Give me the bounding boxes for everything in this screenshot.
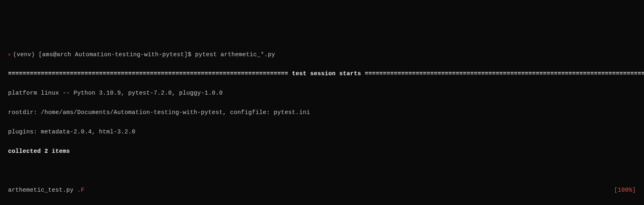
test-fail-mark: F [81,187,84,193]
command: pytest arthemetic_*.py [195,51,275,58]
session-title: test session starts [292,70,361,77]
prompt-line: ⊘(venv) [ams@arch Automation-testing-wit… [8,50,636,60]
terminal-output[interactable]: ⊘(venv) [ams@arch Automation-testing-wit… [0,40,644,205]
session-header: ========================================… [8,69,636,79]
collected-info: collected 2 items [8,147,636,156]
plugins-info: plugins: metadata-2.0.4, html-3.2.0 [8,127,636,137]
user-host: [ams@arch Automation-testing-with-pytest… [38,51,195,58]
platform-info: platform linux -- Python 3.10.9, pytest-… [8,89,636,98]
test-progress: arthemetic_test.py .F[100%] [8,186,636,195]
venv-prefix: (venv) [13,51,38,58]
rootdir-info: rootdir: /home/ams/Documents/Automation-… [8,108,636,118]
test-pass-mark: . [77,187,81,193]
stop-icon: ⊘ [8,53,11,57]
test-file: arthemetic_test.py [8,187,77,193]
blank-line [8,166,636,176]
progress-percent: [100%] [614,186,636,195]
